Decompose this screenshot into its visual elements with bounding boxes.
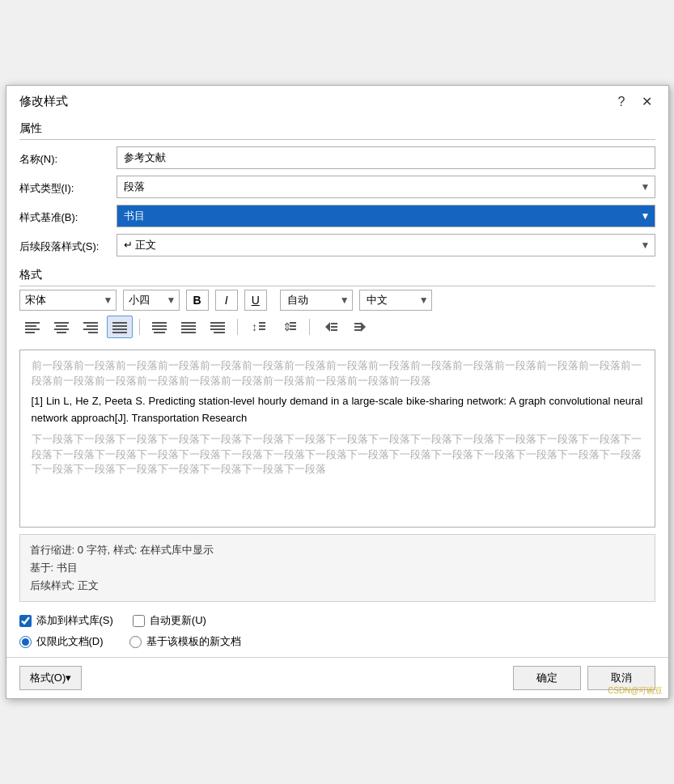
svg-rect-13 — [112, 325, 127, 327]
svg-text:↕: ↕ — [252, 320, 257, 333]
preview-main-text: [1] Lin L, He Z, Peeta S. Predicting sta… — [32, 393, 643, 427]
svg-rect-25 — [210, 325, 225, 327]
svg-rect-40 — [354, 323, 361, 324]
align-right-btn[interactable] — [78, 316, 104, 338]
svg-rect-8 — [83, 322, 98, 324]
preview-prev-text: 前一段落前一段落前一段落前一段落前一段落前一段落前一段落前一段落前一段落前一段落… — [32, 358, 643, 389]
svg-rect-2 — [25, 328, 40, 330]
info-box: 首行缩进: 0 字符, 样式: 在样式库中显示 基于: 书目 后续样式: 正文 — [19, 534, 655, 602]
next-style-select[interactable]: ↵ 正文 — [117, 234, 655, 256]
svg-rect-1 — [25, 325, 36, 327]
align-left-btn[interactable] — [19, 316, 45, 338]
modify-style-dialog: 修改样式 ? ✕ 属性 名称(N): 样式类型(I): 段落 ▼ 样式基准(B)… — [6, 85, 669, 699]
radio-row: 仅限此文档(D) 基于该模板的新文档 — [6, 633, 668, 657]
color-select-container: 自动 ▼ — [280, 290, 353, 311]
svg-rect-42 — [354, 329, 361, 331]
info-line1: 首行缩进: 0 字符, 样式: 在样式库中显示 — [30, 541, 645, 559]
svg-rect-7 — [57, 332, 66, 333]
align-justify-btn[interactable] — [107, 316, 133, 338]
svg-rect-26 — [210, 328, 225, 330]
watermark: CSDN@可碗豆 — [608, 685, 663, 697]
name-label: 名称(N): — [19, 146, 117, 169]
indent-right-btn[interactable] — [347, 316, 375, 338]
new-doc-template-text: 基于该模板的新文档 — [146, 634, 241, 649]
underline-button[interactable]: U — [244, 290, 267, 311]
bold-button[interactable]: B — [186, 290, 209, 311]
color-select[interactable]: 自动 — [280, 290, 353, 311]
svg-rect-34 — [290, 325, 296, 327]
svg-rect-11 — [88, 332, 98, 333]
lang-select[interactable]: 中文 — [359, 290, 432, 311]
font-select[interactable]: 宋体 — [19, 290, 117, 311]
style-type-container: 段落 ▼ — [117, 176, 655, 198]
format-dropdown-label: 格式(O)▾ — [30, 671, 72, 685]
title-bar: 修改样式 ? ✕ — [6, 86, 668, 117]
style-base-select-container: 书目 ▼ — [117, 205, 655, 227]
new-doc-template-radio[interactable] — [129, 636, 142, 648]
close-button[interactable]: ✕ — [638, 94, 655, 110]
ok-button[interactable]: 确定 — [513, 666, 581, 690]
svg-rect-0 — [25, 322, 40, 324]
svg-rect-27 — [214, 332, 225, 333]
style-base-select[interactable]: 书目 — [117, 205, 655, 227]
only-this-doc-text: 仅限此文档(D) — [36, 634, 104, 649]
name-value-container — [117, 146, 655, 169]
new-doc-template-label[interactable]: 基于该模板的新文档 — [129, 634, 241, 649]
only-this-doc-radio[interactable] — [19, 636, 32, 648]
help-button[interactable]: ? — [615, 94, 629, 110]
lang-select-container: 中文 ▼ — [359, 290, 432, 311]
title-icons: ? ✕ — [615, 94, 655, 110]
line-spacing-btn[interactable]: ↕ — [244, 316, 272, 338]
svg-rect-30 — [259, 325, 265, 327]
style-type-select[interactable]: 段落 — [117, 176, 655, 198]
svg-rect-23 — [181, 332, 196, 333]
align-center-btn[interactable] — [49, 316, 74, 338]
auto-update-checkbox[interactable] — [133, 615, 145, 627]
svg-rect-5 — [56, 325, 67, 327]
svg-marker-43 — [361, 322, 366, 332]
svg-rect-4 — [54, 322, 69, 324]
svg-rect-31 — [259, 328, 265, 330]
font-select-container: 宋体 ▼ — [19, 290, 117, 311]
svg-rect-39 — [331, 329, 337, 331]
style-base-label: 样式基准(B): — [19, 205, 117, 227]
svg-rect-9 — [87, 325, 98, 327]
align-sep3 — [309, 319, 310, 335]
svg-rect-10 — [83, 328, 98, 330]
preview-area: 前一段落前一段落前一段落前一段落前一段落前一段落前一段落前一段落前一段落前一段落… — [19, 350, 655, 528]
italic-button[interactable]: I — [215, 290, 238, 311]
align-sep1 — [139, 319, 140, 335]
align-justify2-btn[interactable] — [176, 316, 201, 338]
style-base-container: 书目 ▼ — [117, 205, 655, 227]
align-sep2 — [237, 319, 238, 335]
svg-rect-14 — [112, 328, 127, 330]
svg-rect-6 — [54, 328, 69, 330]
info-line2: 基于: 书目 — [30, 559, 645, 577]
next-style-select-container: ↵ 正文 ▼ — [117, 234, 655, 256]
svg-rect-38 — [331, 326, 337, 328]
svg-rect-20 — [181, 322, 196, 324]
size-select-container: 小四 ▼ — [123, 290, 180, 311]
only-this-doc-label[interactable]: 仅限此文档(D) — [19, 634, 104, 649]
size-select[interactable]: 小四 — [123, 290, 180, 311]
style-type-select-container: 段落 ▼ — [117, 176, 655, 198]
svg-rect-37 — [331, 323, 337, 324]
svg-rect-16 — [152, 322, 167, 324]
add-to-library-checkbox[interactable] — [19, 615, 32, 627]
auto-update-label[interactable]: 自动更新(U) — [133, 613, 206, 628]
bottom-checkboxes: 添加到样式库(S) 自动更新(U) — [6, 610, 668, 633]
align-distributed-btn[interactable] — [146, 316, 172, 338]
svg-rect-24 — [210, 322, 225, 324]
format-dropdown-button[interactable]: 格式(O)▾ — [19, 666, 83, 690]
svg-rect-41 — [354, 326, 361, 328]
add-to-library-label[interactable]: 添加到样式库(S) — [19, 613, 113, 628]
svg-rect-15 — [112, 332, 127, 333]
indent-left-btn[interactable] — [316, 316, 344, 338]
svg-rect-21 — [181, 325, 196, 327]
name-input[interactable] — [117, 146, 655, 169]
properties-section-label: 属性 — [6, 117, 668, 139]
svg-rect-29 — [259, 322, 265, 324]
align-justify3-btn[interactable] — [205, 316, 231, 338]
add-to-library-text: 添加到样式库(S) — [36, 613, 113, 628]
line-spacing2-btn[interactable]: ⇕ — [275, 316, 303, 338]
